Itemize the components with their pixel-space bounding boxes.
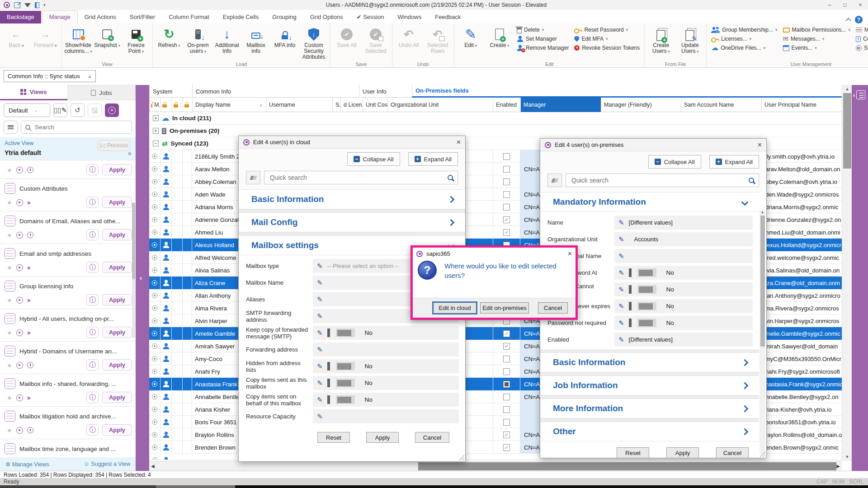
edit-in-cloud-button[interactable]: Edit in cloud	[433, 302, 476, 314]
view-item-x[interactable]: ★ⓘApply	[0, 160, 136, 178]
mailbox-info-button[interactable]: Mailbox info	[241, 24, 270, 60]
custom-security-attributes-button[interactable]: ↓Custom Security Attributes	[299, 24, 328, 60]
enabled-checkbox[interactable]: ✓	[503, 229, 510, 236]
tab-views[interactable]: Views	[0, 85, 67, 100]
collapse-right-icon[interactable]: ‹	[853, 92, 855, 99]
field-control[interactable]: ✎No	[313, 326, 459, 340]
radio-icon[interactable]	[152, 293, 157, 298]
cloud-section-mail-config[interactable]: Mail Config	[239, 212, 465, 232]
enabled-checkbox[interactable]	[503, 178, 510, 185]
field-control[interactable]: ✎No	[614, 316, 753, 330]
enabled-checkbox[interactable]	[503, 166, 510, 173]
view-info-button[interactable]: ⓘ	[86, 392, 99, 403]
ribbon-tab-column-format[interactable]: Column Format	[162, 11, 216, 23]
column-header-organizational-unit[interactable]: Organizational Unit	[387, 98, 493, 112]
column-header-manager[interactable]: Manager	[520, 98, 601, 112]
messages-button[interactable]: ✉Messages...▾	[782, 34, 852, 43]
dialog-scroll-thumb[interactable]	[760, 216, 765, 347]
radio-icon[interactable]	[152, 192, 157, 197]
save-all-button[interactable]: ✔Save All	[332, 24, 361, 60]
toggle-switch[interactable]	[637, 268, 656, 277]
column-header-enabled[interactable]: Enabled	[493, 98, 520, 112]
onprem-section-mandatory-information[interactable]: Mandatory Information	[540, 192, 759, 212]
edit-pencil-icon[interactable]: ✎	[618, 269, 624, 276]
apply-view-button[interactable]: Apply	[102, 327, 132, 338]
edit-pencil-icon[interactable]: ✎	[317, 313, 323, 319]
freeze-point-button[interactable]: Freeze Point ▾	[122, 24, 151, 60]
edit-pencil-icon[interactable]: ✎	[618, 303, 624, 310]
column-header-d-licen[interactable]: d Licen...	[340, 98, 363, 112]
back-button[interactable]: ←Back ▾	[2, 24, 31, 60]
dialog-scrollbar[interactable]: ▲	[760, 210, 765, 454]
radio-icon[interactable]	[152, 381, 157, 387]
create-users-button[interactable]: Create Users ▾	[646, 24, 675, 60]
field-control[interactable]: ✎	[313, 409, 459, 423]
grid-vertical-scrollbar[interactable]: ▲ ▼	[842, 85, 852, 461]
column-header-lock-3[interactable]	[183, 98, 192, 112]
reset-views-button[interactable]: ↺	[71, 103, 85, 117]
on-prem-users-button[interactable]: On-prem users ▾	[184, 24, 212, 60]
view-info-button[interactable]: ⓘ	[86, 327, 99, 338]
delete-button[interactable]: Delete▾	[516, 25, 570, 34]
create-button[interactable]: Create ▾	[485, 24, 514, 60]
collapse-all-button[interactable]: −Collapse All	[347, 152, 400, 166]
enabled-checkbox[interactable]	[503, 204, 510, 211]
toggle-switch[interactable]	[336, 395, 355, 404]
snapshot-button[interactable]: Snapshot ▾	[93, 24, 122, 60]
qat-dropdown-icon[interactable]: ▾	[43, 3, 46, 7]
toggle-switch[interactable]	[637, 302, 656, 310]
views-search-input[interactable]	[34, 123, 127, 131]
view-item-hybrid-all-users-including-on-pr[interactable]: Hybrid - All users, including on-pr...★»…	[0, 309, 136, 341]
enabled-checkbox[interactable]: ✓	[503, 432, 510, 438]
undo-all-button[interactable]: ↶Undo All	[394, 24, 423, 60]
cloud-quick-search-input[interactable]	[269, 174, 448, 182]
column-header-username[interactable]: Username	[266, 98, 332, 112]
field-control[interactable]: ✎	[313, 343, 459, 357]
clear-search-button[interactable]	[246, 171, 260, 184]
band-system[interactable]: System	[149, 85, 192, 98]
enabled-checkbox[interactable]	[503, 153, 510, 160]
edit-pencil-icon[interactable]: ✎	[618, 319, 624, 326]
events-button[interactable]: Events...▾	[782, 43, 852, 52]
column-header-sam-account-name[interactable]: Sam Account Name	[681, 98, 761, 112]
edit-pencil-icon[interactable]: ✎	[317, 329, 323, 336]
view-info-button[interactable]: ⓘ	[86, 197, 99, 208]
scroll-down-icon[interactable]: ▼	[842, 453, 852, 461]
view-item-group-licensing-info[interactable]: Group licensing info★»ⓘApply	[0, 276, 136, 309]
edit-pencil-icon[interactable]: ✎	[317, 263, 323, 269]
previous-view-button[interactable]: |◁Previous	[98, 140, 130, 151]
scroll-right-icon[interactable]: ▶	[836, 461, 840, 471]
ribbon-tab-manage[interactable]: Manage	[42, 10, 78, 23]
scroll-up-icon[interactable]: ▲	[842, 85, 852, 93]
enabled-checkbox[interactable]: ✓	[503, 216, 510, 223]
onprem-quick-search-input[interactable]	[571, 176, 749, 184]
column-header-display-name[interactable]: Display Name▲	[192, 98, 266, 112]
toggle-switch[interactable]	[637, 319, 656, 327]
remove-manager-button[interactable]: Remove Manager	[516, 43, 570, 52]
radio-icon[interactable]	[152, 331, 157, 336]
star-icon[interactable]: ★	[7, 297, 12, 304]
band-on-premises-fields[interactable]: On-Premises fields	[412, 85, 842, 98]
apply-view-button[interactable]: Apply	[102, 197, 132, 208]
collapse-left-icon[interactable]: ‹	[140, 274, 142, 282]
view-info-button[interactable]: ⓘ	[86, 229, 99, 240]
field-control[interactable]: ✎Accounts	[614, 232, 753, 246]
column-header-lock-1[interactable]	[160, 98, 172, 112]
view-item-hybrid-domains-of-username-an[interactable]: Hybrid - Domains of Username an...★ⓘAppl…	[0, 341, 136, 374]
close-icon[interactable]: ×	[568, 250, 572, 258]
field-control[interactable]: ✎No	[313, 359, 459, 373]
radio-icon[interactable]	[152, 445, 157, 450]
column-header-lock-0[interactable]: M.	[149, 98, 160, 112]
expand-group-icon[interactable]: +	[153, 115, 159, 121]
ribbon-tab-grouping[interactable]: Grouping	[265, 11, 303, 23]
radio-icon[interactable]	[152, 407, 157, 412]
update-users-button[interactable]: Update Users ▾	[675, 24, 704, 60]
manage-views-button[interactable]: ⚙ Manage Views	[5, 461, 49, 468]
apply-button[interactable]: Apply	[366, 432, 399, 443]
star-icon[interactable]: ★	[7, 199, 12, 206]
field-control[interactable]: ✎No	[313, 393, 459, 407]
radio-icon[interactable]	[152, 280, 157, 286]
tab-jobs[interactable]: Jobs	[67, 85, 136, 100]
contacts-button[interactable]: Contacts...▾	[855, 34, 868, 43]
field-control[interactable]: ✎No	[614, 282, 753, 296]
